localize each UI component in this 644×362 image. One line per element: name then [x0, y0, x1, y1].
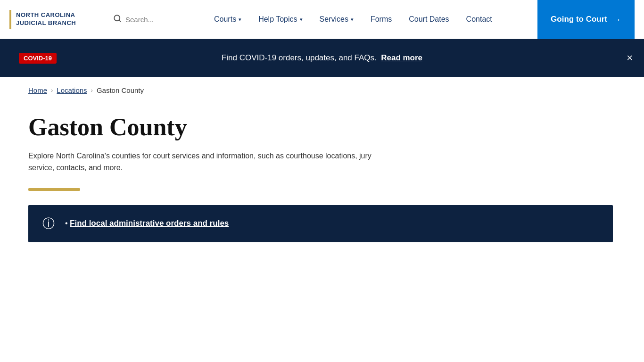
breadcrumb-separator-1: › — [51, 87, 53, 94]
info-box-content: • Find local administrative orders and r… — [65, 219, 229, 228]
info-icon: ⓘ — [42, 215, 55, 232]
nav-court-dates-label: Court Dates — [409, 15, 449, 24]
close-banner-button[interactable]: × — [627, 53, 633, 63]
main-content: Gaston County Explore North Carolina's c… — [0, 104, 644, 261]
nav-forms-label: Forms — [371, 15, 392, 24]
search-area[interactable] — [113, 14, 191, 25]
nav-item-services[interactable]: Services ▾ — [311, 0, 362, 39]
page-description: Explore North Carolina's counties for co… — [28, 150, 387, 174]
breadcrumb: Home › Locations › Gaston County — [0, 77, 644, 104]
breadcrumb-separator-2: › — [91, 87, 93, 94]
svg-line-1 — [119, 20, 120, 21]
cta-arrow-icon: → — [612, 14, 621, 25]
breadcrumb-home[interactable]: Home — [28, 86, 47, 94]
courts-chevron-icon: ▾ — [239, 16, 241, 23]
info-box: ⓘ • Find local administrative orders and… — [28, 205, 613, 242]
covid-read-more-link[interactable]: Read more — [381, 53, 422, 62]
nav-item-help-topics[interactable]: Help Topics ▾ — [250, 0, 311, 39]
going-to-court-button[interactable]: Going to Court → — [537, 0, 635, 39]
nav-help-topics-label: Help Topics — [258, 15, 297, 24]
breadcrumb-locations[interactable]: Locations — [57, 86, 87, 94]
services-chevron-icon: ▾ — [351, 16, 354, 23]
covid-badge: COVID-19 — [19, 53, 57, 64]
site-header: NORTH CAROLINA JUDICIAL BRANCH Courts ▾ … — [0, 0, 644, 39]
logo-line1: NORTH CAROLINA — [16, 11, 75, 18]
gold-divider — [28, 188, 80, 191]
nav-courts-label: Courts — [214, 15, 236, 24]
nav-item-contact[interactable]: Contact — [458, 0, 501, 39]
main-nav: Courts ▾ Help Topics ▾ Services ▾ Forms … — [206, 0, 537, 39]
search-icon[interactable] — [113, 14, 122, 25]
page-title: Gaston County — [28, 113, 616, 141]
covid-message: Find COVID-19 orders, updates, and FAQs.… — [222, 53, 422, 63]
breadcrumb-current: Gaston County — [97, 86, 144, 94]
admin-orders-link[interactable]: Find local administrative orders and rul… — [70, 219, 229, 228]
nav-contact-label: Contact — [466, 15, 492, 24]
nav-item-courts[interactable]: Courts ▾ — [206, 0, 250, 39]
logo-line2: JUDICIAL BRANCH — [16, 19, 76, 26]
info-box-bullet: • — [65, 219, 70, 227]
nav-item-forms[interactable]: Forms — [362, 0, 400, 39]
logo-bar-accent — [9, 10, 11, 29]
covid-banner: COVID-19 Find COVID-19 orders, updates, … — [0, 39, 644, 77]
site-logo-text: NORTH CAROLINA JUDICIAL BRANCH — [16, 11, 76, 27]
logo-area[interactable]: NORTH CAROLINA JUDICIAL BRANCH — [9, 10, 108, 29]
nav-services-label: Services — [320, 15, 348, 24]
nav-item-court-dates[interactable]: Court Dates — [400, 0, 457, 39]
covid-message-text: Find COVID-19 orders, updates, and FAQs. — [222, 53, 377, 62]
cta-label: Going to Court — [551, 15, 607, 24]
help-topics-chevron-icon: ▾ — [300, 16, 303, 23]
search-input[interactable] — [125, 16, 191, 24]
